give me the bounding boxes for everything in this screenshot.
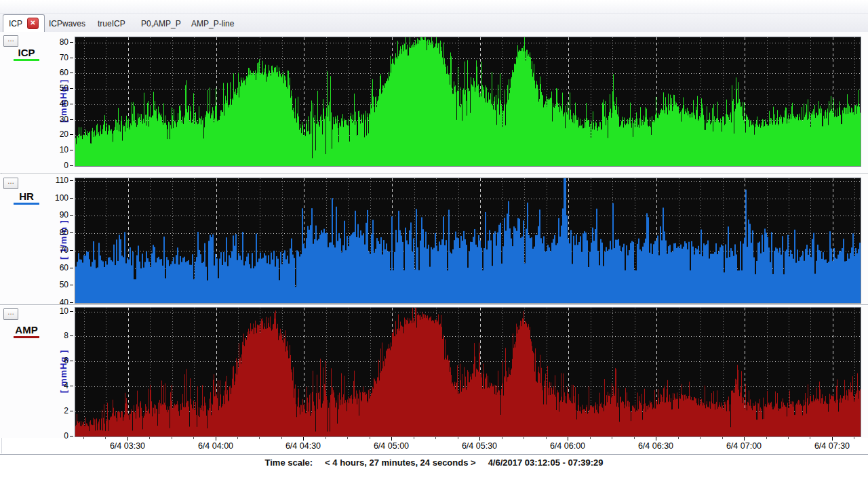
y-tick-mark (70, 250, 73, 251)
y-tick-label: 20 (0, 129, 68, 139)
x-tick-mark (326, 437, 326, 439)
y-tick-mark (70, 42, 73, 43)
y-tick-mark (70, 361, 73, 361)
status-bar: Time scale: < 4 hours, 27 minutes, 24 se… (0, 454, 868, 470)
x-axis-label: 6/4 04:00 (185, 441, 246, 451)
tab-p0-amp-p-label: P0,AMP_P (141, 19, 181, 28)
y-tick-label: 4 (0, 381, 68, 390)
x-tick-mark (347, 437, 348, 439)
close-icon[interactable]: ✕ (27, 18, 39, 29)
x-axis-label: 6/4 06:30 (625, 441, 686, 451)
x-tick-mark (216, 437, 216, 441)
x-tick-mark (105, 437, 106, 439)
tab-p0-amp-p[interactable]: P0,AMP_P (136, 15, 186, 32)
y-tick-label: 80 (0, 228, 68, 237)
x-tick-mark (546, 437, 547, 439)
x-axis-label: 6/4 05:00 (361, 441, 422, 451)
x-tick-mark (810, 437, 810, 439)
tab-icpwaves[interactable]: ICPwaves (43, 15, 91, 32)
x-tick-mark (502, 437, 502, 439)
y-tick-mark (70, 73, 73, 73)
x-tick-mark (524, 437, 524, 439)
y-tick-mark (70, 134, 73, 135)
y-tick-mark (70, 58, 73, 58)
x-tick-mark (237, 437, 238, 439)
y-tick-mark (70, 215, 73, 216)
x-tick-mark (172, 437, 172, 439)
y-tick-label: 2 (0, 406, 68, 415)
x-tick-mark (149, 437, 150, 439)
tab-icp-label: ICP (9, 19, 22, 28)
y-tick-mark (70, 311, 73, 312)
y-tick-label: 110 (0, 176, 68, 185)
x-tick-mark (832, 437, 833, 441)
y-tick-label: 10 (0, 145, 68, 155)
x-tick-mark (656, 437, 656, 441)
x-tick-mark (568, 437, 568, 441)
x-tick-mark (391, 437, 392, 441)
x-axis-label: 6/4 06:00 (537, 441, 598, 451)
titlebar-strip (0, 0, 868, 14)
hr-plot-area (75, 178, 861, 304)
y-tick-mark (70, 88, 73, 89)
time-range-value: 4/6/2017 03:12:05 - 07:39:29 (488, 458, 604, 468)
tab-trueicp-label: trueICP (98, 19, 125, 28)
y-tick-mark (70, 104, 73, 104)
y-tick-mark (70, 436, 73, 436)
amp-chart-canvas[interactable] (75, 308, 861, 436)
y-tick-label: 80 (0, 37, 68, 47)
x-axis-label: 6/4 03:30 (97, 441, 158, 451)
x-tick-mark (83, 437, 84, 439)
time-axis: 6/4 03:306/4 04:006/4 04:306/4 05:006/4 … (0, 437, 868, 453)
x-tick-mark (259, 437, 260, 439)
hr-chart-canvas[interactable] (75, 178, 861, 303)
x-tick-mark (414, 437, 414, 439)
x-tick-mark (281, 437, 282, 439)
amp-plot-area (75, 307, 861, 437)
y-tick-mark (70, 336, 73, 336)
x-axis-label: 6/4 07:30 (802, 441, 863, 451)
y-tick-mark (70, 119, 73, 120)
y-tick-label: 50 (0, 280, 68, 289)
tab-trueicp[interactable]: trueICP (92, 15, 131, 32)
y-tick-mark (70, 411, 73, 411)
y-tick-mark (70, 150, 73, 150)
x-tick-mark (722, 437, 723, 439)
y-tick-mark (70, 180, 73, 181)
tab-icp[interactable]: ICP ✕ (3, 14, 45, 33)
y-tick-mark (70, 232, 73, 233)
x-tick-mark (678, 437, 679, 439)
y-tick-mark (70, 198, 73, 199)
y-tick-label: 50 (0, 83, 68, 93)
x-tick-mark (700, 437, 701, 439)
time-scale-label: Time scale: (265, 458, 313, 468)
y-tick-label: 100 (0, 193, 68, 203)
y-tick-label: 30 (0, 115, 68, 124)
amp-chart-panel: … AMP [ mmHg ] 0246810 (0, 304, 868, 438)
icp-chart-canvas[interactable] (75, 37, 861, 166)
x-tick-mark (303, 437, 304, 441)
hr-chart-panel: … HR [ 1/min ] 405060708090100110 (0, 174, 868, 305)
x-tick-mark (193, 437, 194, 439)
tab-amp-p-line[interactable]: AMP_P-line (186, 15, 239, 32)
icm-monitoring-window: ICP ✕ ICPwaves trueICP P0,AMP_P AMP_P-li… (0, 0, 868, 488)
x-tick-mark (458, 437, 458, 439)
x-tick-mark (612, 437, 612, 439)
y-tick-label: 90 (0, 210, 68, 220)
time-scale-value[interactable]: < 4 hours, 27 minutes, 24 seconds > (325, 458, 476, 468)
y-tick-label: 8 (0, 331, 68, 340)
icp-plot-area (75, 37, 861, 167)
y-tick-label: 10 (0, 306, 68, 316)
x-tick-mark (590, 437, 591, 439)
x-tick-mark (854, 437, 854, 439)
y-tick-mark (70, 165, 73, 166)
y-tick-label: 70 (0, 245, 68, 255)
x-tick-mark (744, 437, 745, 441)
y-tick-label: 70 (0, 53, 68, 62)
y-tick-label: 40 (0, 99, 68, 108)
x-tick-mark (788, 437, 789, 439)
x-tick-mark (435, 437, 436, 439)
y-tick-mark (70, 268, 73, 268)
y-axis-unit-amp: [ mmHg ] (57, 307, 69, 436)
y-tick-mark (70, 285, 73, 285)
